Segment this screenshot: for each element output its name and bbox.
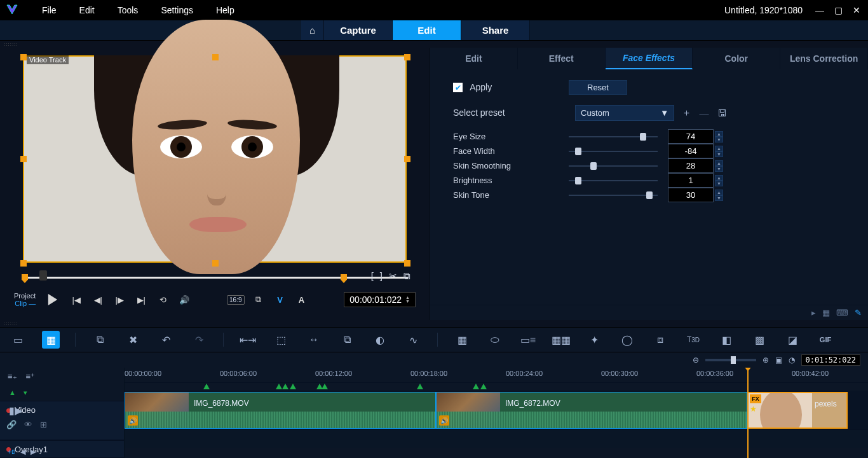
- mute-button[interactable]: 🔊: [177, 292, 192, 307]
- spin-up-icon[interactable]: ▲: [715, 146, 723, 151]
- undo-icon[interactable]: ↶: [157, 331, 175, 349]
- chapter-marker[interactable]: [282, 384, 288, 389]
- tool-3dtitle-icon[interactable]: T3D: [684, 331, 702, 349]
- step-fwd-button[interactable]: |▶: [112, 292, 127, 307]
- share-tab[interactable]: Share: [461, 20, 530, 40]
- tool-storyboard-icon[interactable]: ▭: [9, 331, 27, 349]
- slider-value[interactable]: 74: [668, 129, 714, 144]
- slider-value[interactable]: 30: [668, 188, 714, 202]
- zoom-slider[interactable]: [705, 359, 756, 361]
- timeline-clip[interactable]: IMG_6872.MOV🔊: [436, 392, 747, 429]
- zoom-thumb[interactable]: [731, 356, 736, 364]
- chapter-marker[interactable]: [203, 384, 210, 389]
- in-point-handle[interactable]: [22, 274, 28, 283]
- menu-file[interactable]: File: [31, 1, 68, 19]
- tool-subtitle-icon[interactable]: ▭≡: [519, 331, 537, 349]
- crop-icon[interactable]: ⧉: [251, 292, 266, 307]
- tool-track-icon[interactable]: ⧈: [651, 331, 669, 349]
- minimize-icon[interactable]: —: [813, 4, 827, 17]
- zoom-out-icon[interactable]: ⊖: [693, 356, 699, 364]
- tool-timeline-icon[interactable]: ▦: [42, 331, 60, 349]
- panel-grip[interactable]: :::::::: [0, 320, 868, 327]
- fit-icon[interactable]: ▣: [775, 356, 782, 364]
- capture-tab[interactable]: Capture: [324, 20, 393, 40]
- slider-thumb[interactable]: [575, 148, 581, 155]
- tool-360-icon[interactable]: ◯: [618, 331, 636, 349]
- add-preset-icon[interactable]: ＋: [681, 107, 692, 119]
- go-end-button[interactable]: ▶|: [133, 292, 149, 307]
- tab-lens-correction[interactable]: Lens Correction: [780, 48, 868, 69]
- zoom-in-icon[interactable]: ⊕: [763, 356, 769, 364]
- slider-value[interactable]: 28: [668, 158, 714, 173]
- preview-canvas[interactable]: [23, 55, 407, 263]
- scroll-right-icon[interactable]: ▸: [811, 308, 816, 317]
- spin-down-icon[interactable]: ▼: [715, 137, 723, 142]
- keyboard-icon[interactable]: ⌨: [836, 308, 848, 317]
- tc-down-icon[interactable]: ▼: [405, 300, 410, 303]
- save-preset-icon[interactable]: 🖫: [716, 108, 728, 118]
- lock-icon[interactable]: ⊞: [40, 420, 47, 429]
- a-toggle-icon[interactable]: A: [294, 292, 309, 307]
- spin-down-icon[interactable]: ▼: [715, 181, 723, 186]
- tab-edit[interactable]: Edit: [430, 48, 518, 69]
- slider-eye-size[interactable]: [569, 131, 658, 142]
- scroll-left-icon[interactable]: ◀: [20, 448, 25, 456]
- timeline-clip-selected[interactable]: FX★pexels: [747, 392, 848, 429]
- redo-icon[interactable]: ↷: [190, 331, 208, 349]
- slider-value[interactable]: -84: [668, 144, 714, 158]
- panel-grip[interactable]: :::::::: [0, 41, 868, 48]
- visibility-icon[interactable]: 👁: [24, 420, 32, 429]
- scope-toggle[interactable]: Project Clip —: [14, 292, 36, 307]
- preset-select[interactable]: Custom ▼: [575, 105, 674, 121]
- mark-in-icon[interactable]: [: [371, 270, 374, 282]
- go-start-button[interactable]: |◀: [69, 292, 84, 307]
- chapter-marker[interactable]: [473, 384, 479, 389]
- slider-face-width[interactable]: [569, 146, 658, 157]
- reset-button[interactable]: Reset: [569, 80, 627, 95]
- snapshot-icon[interactable]: ⧉: [403, 270, 410, 282]
- tool-crop-icon[interactable]: ⬚: [272, 331, 290, 349]
- remove-preset-icon[interactable]: —: [698, 108, 710, 118]
- slider-value[interactable]: 1: [668, 173, 714, 188]
- speaker-icon[interactable]: 🔊: [128, 415, 138, 426]
- preview-scrubber[interactable]: [ ] ✂ ⧉: [22, 269, 408, 287]
- tool-pan-icon[interactable]: ↔: [305, 331, 323, 349]
- playhead[interactable]: [747, 368, 749, 458]
- spin-down-icon[interactable]: ▼: [715, 151, 723, 157]
- menu-tools[interactable]: Tools: [106, 1, 150, 19]
- timeline-clip[interactable]: IMG_6878.MOV🔊: [125, 392, 436, 429]
- timeline-tracks-area[interactable]: 00:00:00:0000:00:06:0000:00:12:0000:00:1…: [125, 368, 868, 458]
- tool-trim-icon[interactable]: ⇤⇥: [239, 331, 257, 349]
- add-overlay-icon[interactable]: +ﾛ: [8, 448, 15, 455]
- resize-handle[interactable]: [404, 260, 410, 267]
- overlay-track[interactable]: [125, 430, 868, 448]
- chapter-marker[interactable]: [417, 384, 423, 389]
- apply-checkbox[interactable]: ✔: [453, 83, 463, 92]
- tool-dup-icon[interactable]: ⧉: [338, 331, 356, 349]
- tab-face-effects[interactable]: Face Effects: [606, 48, 693, 69]
- link-icon[interactable]: 🔗: [6, 420, 17, 429]
- resize-handle[interactable]: [212, 54, 219, 60]
- edit-panel-icon[interactable]: ✎: [855, 308, 862, 317]
- resize-handle[interactable]: [20, 156, 27, 162]
- chapter-marker[interactable]: [480, 384, 487, 389]
- v-toggle-icon[interactable]: V: [273, 292, 288, 307]
- play-button[interactable]: [43, 290, 62, 309]
- scroll-right-icon[interactable]: ▶: [31, 448, 36, 456]
- tab-effect[interactable]: Effect: [518, 48, 606, 69]
- home-tab[interactable]: ⌂: [301, 20, 324, 40]
- menu-edit[interactable]: Edit: [68, 1, 106, 19]
- tool-ar-icon[interactable]: ◪: [783, 331, 801, 349]
- spin-up-icon[interactable]: ▲: [715, 160, 723, 166]
- chapter-marker[interactable]: [276, 384, 282, 389]
- mark-out-icon[interactable]: ]: [380, 270, 383, 282]
- step-back-button[interactable]: ◀|: [90, 292, 105, 307]
- scrub-playhead[interactable]: [39, 270, 47, 281]
- close-icon[interactable]: ✕: [850, 4, 863, 17]
- out-point-handle[interactable]: [341, 274, 347, 283]
- chapter-marker[interactable]: [322, 384, 328, 389]
- maximize-icon[interactable]: ▢: [832, 4, 845, 17]
- menu-help[interactable]: Help: [205, 1, 246, 19]
- tool-split-icon[interactable]: ▦▦: [552, 331, 570, 349]
- resize-handle[interactable]: [212, 260, 219, 267]
